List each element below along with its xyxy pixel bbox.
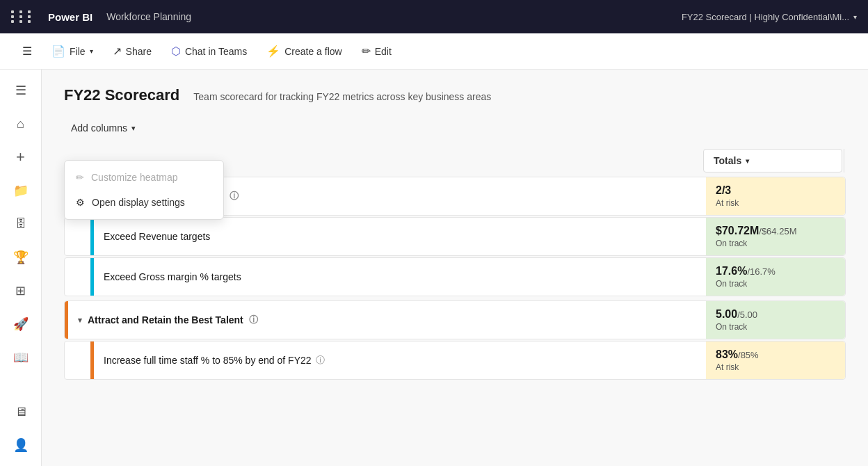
share-button[interactable]: ↗ Share — [104, 40, 160, 62]
add-columns-label: Add columns — [71, 122, 127, 134]
gear-icon: ⚙ — [76, 197, 85, 208]
dropdown-menu: ✏ Customize heatmap ⚙ Open display setti… — [64, 160, 224, 220]
metric-row-revenue: Exceed Revenue targets $70.72M /$64.25M … — [64, 217, 846, 256]
metric-row-staffpct: Increase full time staff % to 85% by end… — [64, 341, 846, 380]
file-icon: 📄 — [51, 45, 65, 58]
add-columns-button[interactable]: Add columns ▾ — [64, 118, 143, 138]
app-grid-icon[interactable] — [11, 10, 34, 23]
staffpct-status: At risk — [716, 362, 835, 372]
metric-indent3 — [68, 342, 90, 379]
sidebar-item-metrics[interactable]: 📖 — [6, 342, 36, 373]
share-label: Share — [126, 46, 152, 57]
metric-name-staffpct: Increase full time staff % to 85% by end… — [104, 355, 312, 366]
add-columns-chevron-icon: ▾ — [131, 124, 136, 133]
revenue-value-target: /$64.25M — [759, 226, 796, 236]
page-title: FY22 Scorecard — [64, 86, 179, 104]
group-info-icon[interactable]: ⓘ — [230, 190, 239, 202]
metric-name-grossmargin: Exceed Gross margin % targets — [104, 271, 241, 282]
staffpct-value-target: /85% — [738, 350, 759, 360]
group-value-financial: 2/3 At risk — [706, 177, 845, 215]
totals-header[interactable]: Totals ▾ — [703, 149, 842, 172]
metric-name-revenue: Exceed Revenue targets — [104, 231, 210, 242]
grossmargin-value-target: /16.7% — [747, 266, 775, 277]
grossmargin-value-main: 17.6% — [716, 265, 747, 278]
metric-value-grossmargin: 17.6% /16.7% On track — [706, 258, 845, 296]
file-chevron-icon: ▾ — [90, 47, 93, 55]
group-name-talent: Attract and Retain the Best Talent — [88, 314, 243, 326]
metric-value-revenue: $70.72M /$64.25M On track — [706, 218, 845, 255]
sidebar-item-apps[interactable]: ⊞ — [6, 275, 36, 306]
edit-button[interactable]: ✏ Edit — [353, 40, 400, 62]
group-value-talent: 5.00 /5.00 On track — [706, 301, 845, 339]
teams-icon: ⬡ — [171, 45, 181, 58]
page-subtitle: Team scorecard for tracking FY22 metrics… — [193, 91, 491, 102]
metric-content-revenue: Exceed Revenue targets — [94, 218, 706, 255]
create-flow-button[interactable]: ⚡ Create a flow — [258, 40, 350, 62]
edit-label: Edit — [375, 46, 392, 57]
secondary-toolbar: ☰ 📄 File ▾ ↗ Share ⬡ Chat in Teams ⚡ Cre… — [0, 33, 868, 70]
file-label: File — [70, 46, 86, 57]
sidebar-item-monitor[interactable]: 🖥 — [6, 396, 36, 427]
customize-heatmap-item[interactable]: ✏ Customize heatmap — [65, 165, 223, 190]
flow-icon: ⚡ — [266, 45, 280, 58]
sidebar-item-browse[interactable]: 📁 — [6, 175, 36, 206]
totals-label: Totals — [714, 155, 741, 166]
staffpct-value-main: 83% — [716, 348, 738, 361]
totals-chevron-icon: ▾ — [746, 157, 749, 165]
revenue-value-main: $70.72M — [716, 225, 759, 237]
main-layout: ☰ ⌂ + 📁 🗄 🏆 ⊞ 🚀 📖 🖥 👤 FY22 Scorecard Tea… — [0, 70, 868, 466]
file-button[interactable]: 📄 File ▾ — [43, 40, 102, 62]
metric-content-staffpct: Increase full time staff % to 85% by end… — [94, 342, 706, 379]
create-flow-label: Create a flow — [284, 46, 341, 57]
hamburger-button[interactable]: ☰ — [14, 40, 40, 62]
pencil-icon: ✏ — [76, 172, 84, 183]
group-row-talent: ▾ Attract and Retain the Best Talent ⓘ 5… — [64, 300, 846, 339]
sidebar-item-hamburger[interactable]: ☰ — [6, 75, 36, 106]
sidebar-item-goals[interactable]: 🏆 — [6, 242, 36, 273]
metric-indent — [68, 218, 90, 255]
metric-indent2 — [68, 258, 90, 296]
grossmargin-status: On track — [716, 279, 835, 289]
chat-in-teams-label: Chat in Teams — [185, 46, 247, 57]
talent-status: On track — [716, 322, 835, 332]
sidebar-item-create[interactable]: + — [6, 142, 36, 172]
talent-value-main: 5.00 — [716, 308, 737, 321]
talent-value-target: /5.00 — [737, 310, 757, 320]
group-chevron-icon-talent[interactable]: ▾ — [78, 316, 82, 325]
powerbi-logo: Power BI — [48, 11, 93, 23]
breadcrumb-chevron-icon[interactable]: ▾ — [853, 13, 857, 21]
chat-in-teams-button[interactable]: ⬡ Chat in Teams — [163, 40, 255, 62]
metric-row-grossmargin: Exceed Gross margin % targets 17.6% /16.… — [64, 257, 846, 296]
sidebar-item-account[interactable]: 👤 — [6, 430, 36, 460]
metric-value-staffpct: 83% /85% At risk — [706, 342, 845, 379]
metric-content-grossmargin: Exceed Gross margin % targets — [94, 258, 706, 296]
metric-info-icon-staffpct[interactable]: ⓘ — [316, 354, 325, 367]
group-info-icon-talent[interactable]: ⓘ — [249, 314, 258, 326]
content-area: FY22 Scorecard Team scorecard for tracki… — [42, 70, 868, 466]
open-display-settings-item[interactable]: ⚙ Open display settings — [65, 190, 223, 215]
sidebar-item-learn[interactable]: 🚀 — [6, 309, 36, 339]
breadcrumb-text: FY22 Scorecard | Highly Confidential\Mi.… — [682, 12, 849, 22]
sidebar-item-home[interactable]: ⌂ — [6, 109, 36, 139]
left-nav: ☰ ⌂ + 📁 🗄 🏆 ⊞ 🚀 📖 🖥 👤 — [0, 70, 42, 466]
top-bar: Power BI Workforce Planning FY22 Scoreca… — [0, 0, 868, 33]
customize-heatmap-label: Customize heatmap — [91, 172, 178, 183]
sidebar-item-data[interactable]: 🗄 — [6, 209, 36, 239]
revenue-status: On track — [716, 239, 835, 248]
open-display-settings-label: Open display settings — [92, 197, 185, 208]
share-icon: ↗ — [113, 45, 122, 58]
group-status-financial: At risk — [716, 198, 835, 208]
top-bar-right: FY22 Scorecard | Highly Confidential\Mi.… — [682, 12, 857, 22]
report-title: Workforce Planning — [106, 11, 191, 22]
group-value-main: 2/3 — [716, 184, 731, 197]
edit-icon: ✏ — [362, 45, 371, 58]
group-content-talent: ▾ Attract and Retain the Best Talent ⓘ — [68, 301, 706, 339]
hamburger-icon: ☰ — [22, 45, 32, 58]
page-header: FY22 Scorecard Team scorecard for tracki… — [64, 86, 846, 104]
